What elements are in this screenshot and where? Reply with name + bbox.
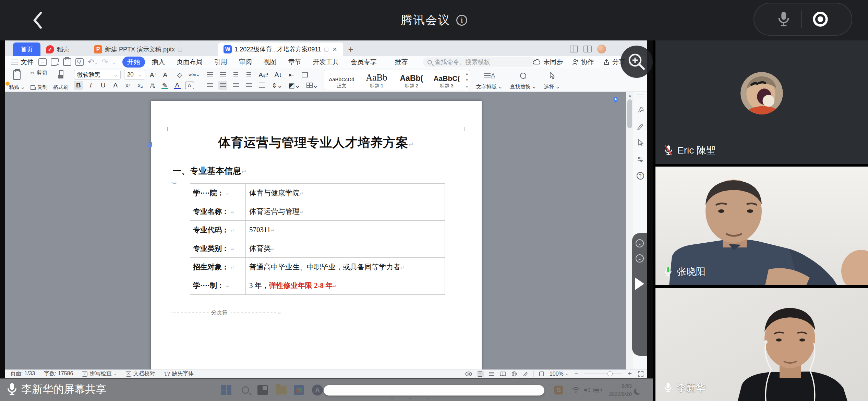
ink-mode-icon[interactable] [522, 371, 529, 377]
justify-icon[interactable] [244, 81, 253, 90]
paste-button[interactable]: 粘贴 ⌄ [8, 70, 26, 90]
save-icon[interactable] [38, 58, 47, 66]
file-menu[interactable]: 文件 [11, 58, 34, 66]
account-avatar[interactable] [597, 45, 606, 53]
zoom-level[interactable]: 100%⌄ [550, 371, 568, 377]
superscript-button[interactable]: X² [123, 81, 132, 90]
style-heading2[interactable]: AaBb( 标题 2 [394, 70, 429, 90]
document-page[interactable]: 体育运营与管理专业人才培养方案↵ 一、专业基本信息↵ °↵ 学····院： ↵ … [151, 101, 482, 369]
settings-sliders-icon[interactable] [637, 156, 644, 163]
style-heading1[interactable]: AaBb 标题 1 [359, 70, 394, 90]
page-view-icon[interactable] [477, 371, 484, 377]
eye-protect-icon[interactable] [465, 371, 472, 377]
style-gallery-expand-icon[interactable]: ≡ [466, 85, 468, 88]
outline-view-icon[interactable] [488, 371, 495, 377]
zoom-in-icon[interactable]: + [626, 371, 633, 377]
menu-tab-review[interactable]: 审阅 [234, 57, 257, 68]
collapse-arrow-icon[interactable] [635, 278, 644, 290]
highlight-color-button[interactable]: ✎ [160, 81, 169, 90]
split-view-icon[interactable] [570, 46, 578, 52]
select-button[interactable]: 选择 ⌄ [542, 70, 561, 90]
style-normal[interactable]: AaBbCcDd 正文 [324, 70, 359, 90]
docer-rocket-icon[interactable] [637, 106, 644, 114]
tab-pin-icon[interactable]: ▢ [178, 46, 182, 52]
tab-pptx[interactable]: P 新建 PPTX 演示文稿.pptx ▢ [88, 42, 188, 56]
info-icon[interactable]: i [456, 15, 467, 26]
tab-docer[interactable]: ✓ 稻壳 [40, 42, 75, 56]
menu-tab-page-layout[interactable]: 页面布局 [172, 57, 207, 68]
new-tab-icon[interactable]: + [348, 44, 353, 55]
decrease-indent-icon[interactable] [231, 70, 240, 79]
participant-tile-eric[interactable]: Eric 陳聖 [655, 40, 868, 164]
frame-icon[interactable] [300, 70, 309, 79]
font-size-select[interactable]: 20 ⌄ [124, 70, 145, 80]
character-shading-icon[interactable]: A [185, 82, 194, 89]
menu-tab-references[interactable]: 引用 [209, 57, 232, 68]
menu-tab-insert[interactable]: 插入 [147, 57, 170, 68]
style-scroll-up-icon[interactable]: ▲ [465, 72, 469, 75]
italic-button[interactable]: I [86, 81, 95, 90]
text-layout-button[interactable]: A̲ 文字排版 ⌄ [475, 70, 504, 90]
collaborate-button[interactable]: 协作 [572, 58, 594, 66]
cut-button[interactable]: ✂ 剪切 [31, 70, 48, 76]
vertical-scrollbar[interactable]: ▲ [626, 92, 633, 369]
help-icon[interactable]: ? [637, 172, 644, 180]
align-right-icon[interactable] [231, 81, 240, 90]
tab-home[interactable]: 首页 [13, 42, 40, 56]
align-left-icon[interactable] [205, 81, 214, 90]
zoom-out-icon[interactable]: − [573, 371, 580, 377]
format-painter-button[interactable]: 格式刷 [52, 70, 69, 90]
font-color-button[interactable]: A [173, 81, 182, 90]
subscript-button[interactable]: X₂ [136, 81, 145, 90]
find-replace-button[interactable]: 查找替换 ⌄ [509, 70, 538, 90]
ink-pen-icon[interactable] [637, 123, 644, 130]
web-layout-icon[interactable] [511, 371, 518, 377]
fit-page-icon[interactable] [538, 371, 545, 377]
redo-icon[interactable]: ↷ [102, 58, 108, 66]
participant-tile-lixinhua[interactable]: 李新华 [655, 288, 868, 401]
select-cursor-icon[interactable] [637, 139, 644, 147]
scroll-up-icon[interactable]: ▲ [628, 93, 632, 97]
style-heading3[interactable]: AaBbC( 标题 3 [429, 70, 464, 90]
missing-font-button[interactable]: T? 缺失字体 [164, 370, 194, 377]
sync-status[interactable]: 未同步 [533, 58, 563, 66]
grid-view-icon[interactable] [583, 46, 592, 52]
increase-indent-icon[interactable] [244, 70, 253, 79]
strikethrough-button[interactable]: A [111, 81, 120, 90]
record-icon[interactable] [812, 11, 829, 28]
command-search-input[interactable]: 查找命令、搜索模板 [423, 57, 536, 67]
text-direction-icon[interactable]: A⇄ [257, 70, 269, 79]
export-icon[interactable] [51, 58, 59, 66]
menu-tab-sections[interactable]: 章节 [284, 57, 306, 68]
undo-icon[interactable]: ↶⌄ [88, 58, 98, 66]
tab-current-doc[interactable]: W 1.2022级体育...才培养方案0911 ▢ ✕ [218, 42, 343, 56]
fullscreen-icon[interactable] [638, 371, 644, 377]
underline-button[interactable]: U [99, 81, 108, 90]
spell-check-toggle[interactable]: ✓ 拼写检查⌄ [82, 370, 117, 377]
word-count[interactable]: 字数: 17586 [44, 370, 73, 377]
zoom-slider-knob[interactable] [607, 371, 613, 376]
print-icon[interactable] [63, 58, 71, 66]
print-preview-icon[interactable] [75, 58, 84, 66]
line-spacing-icon[interactable]: ⇕⌄ [270, 81, 284, 90]
font-name-select[interactable]: 微软雅黑 ⌄ [74, 70, 121, 80]
text-effects-icon[interactable]: 𝔸 [148, 81, 157, 90]
menu-tab-view[interactable]: 视图 [259, 57, 281, 68]
document-canvas[interactable]: 体育运营与管理专业人才培养方案↵ 一、专业基本信息↵ °↵ 学····院： ↵ … [5, 92, 647, 369]
sidebar-collapse-handle[interactable] [632, 233, 647, 356]
bold-button[interactable]: B [74, 81, 83, 90]
menu-tab-member[interactable]: 会员专享 [346, 57, 382, 68]
clear-format-icon[interactable]: ◇ [175, 70, 184, 79]
wrap-icon[interactable]: ⇤ [287, 70, 296, 79]
decrease-font-icon[interactable]: A⁻ [162, 70, 172, 79]
shading-icon[interactable]: ◩⌄ [288, 81, 301, 90]
style-scroll-down-icon[interactable]: ▼ [465, 78, 469, 82]
sort-icon[interactable]: A↓ [274, 70, 283, 79]
borders-icon[interactable]: ⌄ [305, 81, 319, 90]
copy-button[interactable]: 复制 [31, 84, 48, 90]
menu-tab-dev-tools[interactable]: 开发工具 [308, 57, 344, 68]
menu-tab-start[interactable]: 开始 [122, 57, 145, 68]
location-pin-icon[interactable] [612, 97, 619, 104]
reaction-flash-icon[interactable] [636, 254, 644, 263]
tab-pin-icon[interactable]: ▢ [324, 46, 329, 52]
